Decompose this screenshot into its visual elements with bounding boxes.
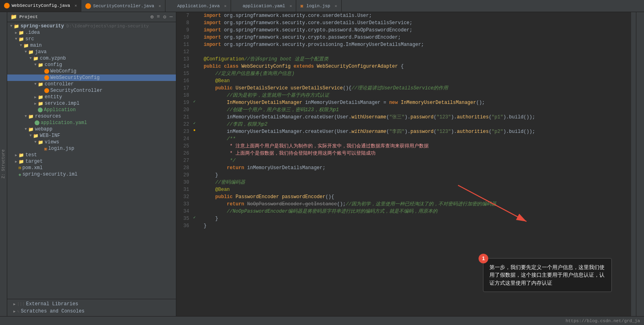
tree-item-config[interactable]: ▼ 📁 config xyxy=(7,62,176,68)
tree-arrow-main: ▼ xyxy=(19,43,23,48)
tree-item-src[interactable]: ▼ 📁 src xyxy=(7,36,176,42)
scratches-label: Scratches and Consoles xyxy=(21,308,85,314)
tab-loginjsp-close[interactable]: ✕ xyxy=(334,4,337,8)
tab-loginjsp[interactable]: ▣ login.jsp ✕ xyxy=(296,0,341,12)
more-icon[interactable]: — xyxy=(169,14,173,20)
tab-securitycontroller[interactable]: SecurityController.java ✕ xyxy=(81,0,165,12)
tree-item-root[interactable]: ▼ 📁 spring-security D:\IdeaProjects\spri… xyxy=(7,23,176,29)
sidebar-content: ▼ 📁 spring-security D:\IdeaProjects\spri… xyxy=(7,22,176,299)
external-libraries-item[interactable]: ▶ ||| External Libraries xyxy=(7,300,176,308)
tree-item-entity[interactable]: ▶ 📁 entity xyxy=(7,94,176,100)
tree-label-java: java xyxy=(35,49,47,55)
tree-label-webapp: webapp xyxy=(35,126,52,132)
code-line-32: public PasswordEncoder passwordEncoder()… xyxy=(204,193,628,201)
tab-websecurity-close[interactable]: ✕ xyxy=(74,3,77,8)
code-line-23: inMemoryUserDetailsManager.createUser(Us… xyxy=(204,128,628,135)
code-line-11: import org.springframework.security.prov… xyxy=(204,41,628,48)
tree-label-loginjsp: login.jsp xyxy=(48,146,74,151)
tree-label-views: views xyxy=(45,139,59,145)
tree-label-entity: entity xyxy=(45,94,62,100)
tab-yaml-close[interactable]: ✕ xyxy=(289,4,292,8)
scrollbar[interactable] xyxy=(631,12,636,316)
tree-arrow-controller: ▼ xyxy=(33,82,38,86)
code-line-7: import org.springframework.security.core… xyxy=(204,12,628,19)
code-line-18: //因为是初学，这里就用一个基于内存方式认证 xyxy=(204,92,628,99)
tree-item-pomxml[interactable]: ▶ m pom.xml xyxy=(7,165,176,171)
code-line-13: @Configuration//告诉spring boot 这是一个配置类 xyxy=(204,56,628,63)
code-line-27: */ xyxy=(204,157,628,164)
test-folder-icon: 📁 xyxy=(19,153,24,158)
tab-securitycontroller-label: SecurityController.java xyxy=(93,4,154,8)
code-line-14: public class WebSecurityConfig extends W… xyxy=(204,63,628,70)
tree-label-appyaml: application.yaml xyxy=(41,120,87,126)
tree-item-webconfig[interactable]: ▶ WebConfig xyxy=(7,68,176,75)
annotation-popup: 1 第一步，我们要先定义一个用户信息，这里我们使用了假数据，这个接口主要用于用户… xyxy=(483,258,612,292)
tree-item-websecurityconfig[interactable]: ▶ WebSecurityConfig xyxy=(7,75,176,81)
websecurityconfig-icon xyxy=(44,75,49,80)
tree-item-webinf[interactable]: ▼ 📁 WEB-INF xyxy=(7,132,176,139)
webapp-folder-icon: 📁 xyxy=(28,127,34,132)
entity-folder-icon: 📁 xyxy=(38,95,43,100)
appyaml-icon xyxy=(35,120,39,125)
tree-item-views[interactable]: ▼ 📁 views xyxy=(7,139,176,145)
tree-label-webconfig: WebConfig xyxy=(50,68,76,74)
tab-application[interactable]: Application.java ✕ xyxy=(165,0,231,12)
code-line-12 xyxy=(204,48,628,56)
tree-arrow-src: ▼ xyxy=(14,37,19,41)
tree-item-securitycontroller[interactable]: ▶ SecurityController xyxy=(7,87,176,94)
src-folder-icon: 📁 xyxy=(19,37,24,42)
tree-label-target: target xyxy=(25,159,43,164)
idea-folder-icon: 📁 xyxy=(19,30,24,35)
application-icon xyxy=(38,108,43,112)
tree-arrow-webapp: ▼ xyxy=(23,127,28,131)
main-folder-icon: 📁 xyxy=(23,43,29,48)
tree-arrow-entity: ▶ xyxy=(33,95,38,99)
z-structure-bar: Z: Structure xyxy=(0,12,7,316)
tree-item-serviceimpl[interactable]: ▶ 📁 service.impl xyxy=(7,100,176,107)
tab-websecurity[interactable]: WebSecurityConfig.java ✕ xyxy=(0,0,81,12)
code-line-22: //李四，权限为p2 xyxy=(204,121,628,128)
tree-item-loginjsp[interactable]: ▶ ▣ login.jsp xyxy=(7,145,176,152)
code-line-8: import org.springframework.security.core… xyxy=(204,19,628,27)
annotation-badge: 1 xyxy=(479,254,488,263)
scratches-item[interactable]: ▶ ✎ Scratches and Consoles xyxy=(7,308,176,315)
tree-item-target[interactable]: ▶ 📁 target xyxy=(7,158,176,165)
tree-item-controller[interactable]: ▼ 📁 controller xyxy=(7,81,176,87)
tree-item-main[interactable]: ▼ 📁 main xyxy=(7,42,176,49)
tree-item-test[interactable]: ▶ 📁 test xyxy=(7,152,176,158)
tree-item-java[interactable]: ▼ 📁 java xyxy=(7,49,176,55)
pomxml-icon: m xyxy=(19,166,21,170)
webinf-folder-icon: 📁 xyxy=(33,133,39,139)
tree-item-resources[interactable]: ▼ 📁 resources xyxy=(7,113,176,120)
tab-yaml-label: application.yaml xyxy=(243,4,285,8)
tab-application-close[interactable]: ✕ xyxy=(224,4,227,8)
tab-securitycontroller-close[interactable]: ✕ xyxy=(159,4,161,8)
tree-item-idea[interactable]: ▶ 📁 .idea xyxy=(7,29,176,36)
add-icon[interactable]: ⊕ xyxy=(151,14,154,20)
tree-label-src: src xyxy=(25,36,34,42)
tree-item-application[interactable]: ▶ Application xyxy=(7,107,176,113)
tree-item-appyaml[interactable]: ▶ application.yaml xyxy=(7,120,176,126)
tree-arrow-resources: ▼ xyxy=(23,114,28,118)
line-numbers: 7 8 9 10 11 12 13 14 15 16 17 18 19 20 2… xyxy=(176,12,192,316)
tree-label-serviceimpl: service.impl xyxy=(45,101,79,106)
tree-label-controller: controller xyxy=(45,81,74,87)
folder-icon: 📁 xyxy=(10,14,17,20)
tree-label-root: spring-security xyxy=(21,23,64,29)
tree-arrow-comyzpnb: ▼ xyxy=(28,56,33,60)
gutter-icon-13: ✓ xyxy=(193,99,196,104)
tree-arrow-views: ▼ xyxy=(33,140,38,144)
gear-icon[interactable]: ⚙ xyxy=(163,14,166,20)
tab-yaml[interactable]: application.yaml ✕ xyxy=(231,0,297,12)
tree-label-test: test xyxy=(25,152,37,158)
arrange-icon[interactable]: ≡ xyxy=(157,14,160,20)
sidebar-tools: ⊕ ≡ ⚙ — xyxy=(151,14,173,20)
tree-label-config: config xyxy=(45,62,62,68)
tree-item-comyzpnb[interactable]: ▼ 📁 com.yzpnb xyxy=(7,55,176,62)
z-structure-label[interactable]: Z: Structure xyxy=(0,148,6,180)
tab-websecurity-label: WebSecurityConfig.java xyxy=(12,3,70,8)
code-line-29: } xyxy=(204,172,628,179)
gutter-icon-31: ✓ xyxy=(193,215,196,220)
tree-item-webapp[interactable]: ▼ 📁 webapp xyxy=(7,126,176,132)
tree-item-iml[interactable]: ▶ ◈ spring-security.iml xyxy=(7,171,176,178)
